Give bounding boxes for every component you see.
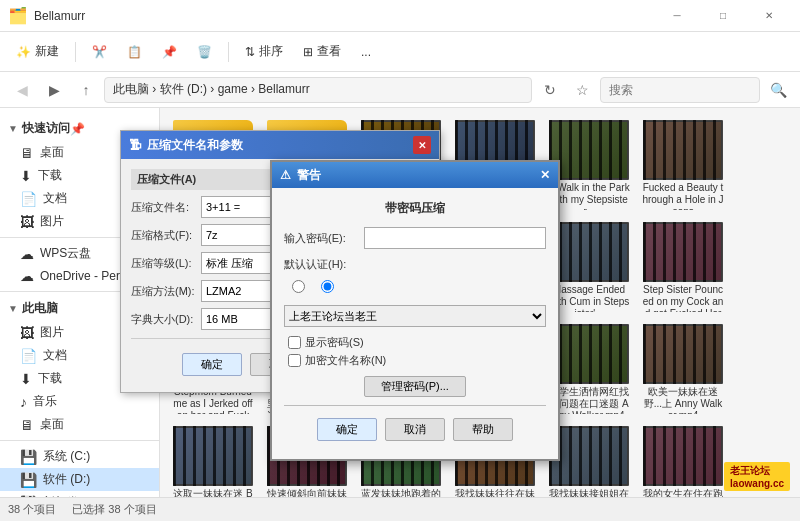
list-item[interactable]: 欧美一妹妹在迷野...上 Anny Walker.mp4 (638, 320, 728, 418)
items-count: 38 个项目 (8, 502, 56, 517)
add-archive-checkbox[interactable] (288, 354, 301, 367)
file-name: 蓝发妹妹地跑着的找 Bellamurr.mp4 (360, 488, 442, 497)
new-button[interactable]: ✨ 新建 (8, 39, 67, 64)
back-button[interactable]: ◀ (8, 76, 36, 104)
paste-icon: 📌 (162, 45, 177, 59)
password-help-button[interactable]: 帮助 (453, 418, 513, 441)
downloads-icon: ⬇ (20, 168, 32, 184)
view-button[interactable]: ⊞ 查看 (295, 39, 349, 64)
arrow-icon2: ▼ (8, 303, 18, 314)
more-button[interactable]: ... (353, 41, 379, 63)
sidebar-item-desktop2[interactable]: 🖥 桌面 (0, 413, 159, 436)
maximize-button[interactable]: □ (700, 0, 746, 32)
7z-dialog-title: 🗜 压缩文件名和参数 ✕ (121, 131, 439, 159)
password-options: 显示密码(S) 加密文件名称(N) (288, 335, 546, 368)
cut-icon: ✂️ (92, 45, 107, 59)
search-input[interactable] (600, 77, 760, 103)
selected-count: 已选择 38 个项目 (72, 502, 156, 517)
sidebar-item-newe[interactable]: 💾 新加卷 (E:) (0, 491, 159, 497)
arrow-icon: ▼ (8, 123, 18, 134)
show-password-checkbox[interactable] (288, 336, 301, 349)
refresh-button[interactable]: ↻ (536, 76, 564, 104)
dict-label: 字典大小(D): (131, 312, 201, 327)
file-name: 这取一妹妹在迷 Bellamurr.mp4 (172, 488, 254, 497)
documents2-icon: 📄 (20, 348, 37, 364)
close-button[interactable]: ✕ (746, 0, 792, 32)
sidebar-item-systemc[interactable]: 💾 系统 (C:) (0, 445, 159, 468)
list-item[interactable]: Fucked a Beauty through a Hole in Jeans (638, 116, 728, 214)
minimize-button[interactable]: ─ (654, 0, 700, 32)
drive-d-icon: 💾 (20, 472, 37, 488)
method-label: 压缩方法(M): (131, 284, 201, 299)
file-name: 欧美一妹妹在迷野...上 Anny Walker.mp4 (642, 386, 724, 414)
password-input-label: 输入密码(E): (284, 231, 364, 246)
manage-password-button[interactable]: 管理密码(P)... (364, 376, 466, 397)
cut-button[interactable]: ✂️ (84, 41, 115, 63)
sidebar-item-music[interactable]: ♪ 音乐 (0, 390, 159, 413)
copy-icon: 📋 (127, 45, 142, 59)
desktop-icon: 🖥 (20, 145, 34, 161)
7z-title-icon: 🗜 (129, 138, 141, 152)
radio-option1[interactable] (292, 280, 305, 293)
list-item[interactable]: 我的女生在住在跑出了几把跑 #124; Tantaly Ann... (638, 422, 728, 497)
password-input-field[interactable] (364, 227, 546, 249)
7z-ok-button[interactable]: 确定 (182, 353, 242, 376)
list-item[interactable]: Step Sister Pounced on my Cock and got F… (638, 218, 728, 316)
file-name: 我找妹妹往往在妹那一妹妹 Tantaly Ann... (454, 488, 536, 497)
password-buttons: 确定 取消 帮助 (284, 412, 546, 447)
paste-button[interactable]: 📌 (154, 41, 185, 63)
forward-button[interactable]: ▶ (40, 76, 68, 104)
sort-button[interactable]: ⇅ 排序 (237, 39, 291, 64)
password-reenter-label: 默认认证(H): (284, 257, 364, 272)
warning-icon: ⚠ (280, 168, 291, 182)
breadcrumb[interactable]: 此电脑 › 软件 (D:) › game › Bellamurr (104, 77, 532, 103)
delete-button[interactable]: 🗑️ (189, 41, 220, 63)
file-name: Step Sister Pounced on my Cock and got F… (642, 284, 724, 312)
password-reenter-row: 默认认证(H): (284, 257, 546, 272)
wps-icon: ☁ (20, 246, 34, 262)
toolbar: ✨ 新建 ✂️ 📋 📌 🗑️ ⇅ 排序 ⊞ 查看 ... (0, 32, 800, 72)
view-icon: ⊞ (303, 45, 313, 59)
password-dialog-title: ⚠ 警告 ✕ (272, 162, 558, 188)
file-name: 大学生洒情网红找入问题在口迷题 Anny Walker.mp4 (548, 386, 630, 414)
pictures-icon: 🖼 (20, 214, 34, 230)
password-input-row: 输入密码(E): (284, 227, 546, 249)
password-close-button[interactable]: ✕ (540, 168, 550, 182)
file-name: 快速倾斜向前妹妹的把在迷 Bellamurr.mp4 (266, 488, 348, 497)
add-archive-row: 加密文件名称(N) (288, 353, 546, 368)
sidebar-divider3 (0, 440, 159, 441)
list-item[interactable]: 这取一妹妹在迷 Bellamurr.mp4 (168, 422, 258, 497)
delete-icon: 🗑️ (197, 45, 212, 59)
titlebar-controls: ─ □ ✕ (654, 0, 792, 32)
statusbar: 38 个项目 已选择 38 个项目 (0, 497, 800, 521)
password-cancel-button[interactable]: 取消 (385, 418, 445, 441)
file-name: A Walk in the Park with my Stepsister... (548, 182, 630, 210)
drive-c-icon: 💾 (20, 449, 37, 465)
breadcrumb-text: 此电脑 › 软件 (D:) › game › Bellamurr (113, 81, 310, 98)
filename-label: 压缩文件名: (131, 200, 201, 215)
add-archive-label: 加密文件名称(N) (305, 353, 386, 368)
file-name: 我找妹妹接姐姐在一起 Anny Walker.mp4 (548, 488, 630, 497)
toolbar-separator2 (228, 42, 229, 62)
copy-button[interactable]: 📋 (119, 41, 150, 63)
password-divider (284, 405, 546, 406)
star-button[interactable]: ☆ (568, 76, 596, 104)
file-name: 我的女生在住在跑出了几把跑 #124; Tantaly Ann... (642, 488, 724, 497)
up-button[interactable]: ↑ (72, 76, 100, 104)
7z-close-button[interactable]: ✕ (413, 136, 431, 154)
drive-e-icon: 💾 (20, 495, 37, 498)
sidebar-item-softwared[interactable]: 💾 软件 (D:) (0, 468, 159, 491)
file-name: Fucked a Beauty through a Hole in Jeans (642, 182, 724, 210)
search-button[interactable]: 🔍 (764, 76, 792, 104)
downloads2-icon: ⬇ (20, 371, 32, 387)
file-name: Massage Ended with Cum in Stepsister'... (548, 284, 630, 312)
password-dialog: ⚠ 警告 ✕ 带密码压缩 输入密码(E): 默认认证(H): 上老王论坛当老王 (270, 160, 560, 461)
radio-option2[interactable] (321, 280, 334, 293)
password-select[interactable]: 上老王论坛当老王 (284, 305, 546, 327)
level-label: 压缩等级(L): (131, 256, 201, 271)
titlebar: 🗂️ Bellamurr ─ □ ✕ (0, 0, 800, 32)
app-icon: 🗂️ (8, 6, 28, 25)
password-ok-button[interactable]: 确定 (317, 418, 377, 441)
onedrive-icon: ☁ (20, 268, 34, 284)
addressbar: ◀ ▶ ↑ 此电脑 › 软件 (D:) › game › Bellamurr ↻… (0, 72, 800, 108)
